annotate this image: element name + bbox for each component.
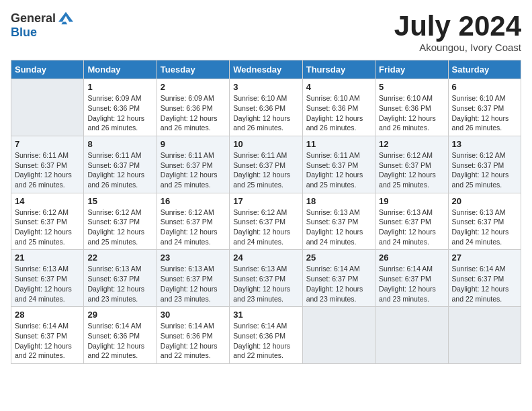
day-detail: Sunrise: 6:11 AMSunset: 6:37 PMDaylight:… [87,150,152,190]
day-number: 22 [87,253,152,263]
calendar-cell: 20Sunrise: 6:13 AMSunset: 6:37 PMDayligh… [448,193,521,250]
calendar-cell: 27Sunrise: 6:14 AMSunset: 6:37 PMDayligh… [448,250,521,307]
day-number: 29 [87,310,152,320]
day-number: 12 [379,139,444,149]
day-detail: Sunrise: 6:14 AMSunset: 6:36 PMDaylight:… [161,321,226,361]
day-detail: Sunrise: 6:12 AMSunset: 6:37 PMDaylight:… [87,208,152,247]
day-number: 30 [161,310,226,320]
svg-marker-0 [58,12,73,22]
day-number: 11 [306,139,371,149]
day-number: 19 [379,196,444,206]
calendar-cell: 23Sunrise: 6:13 AMSunset: 6:37 PMDayligh… [157,250,229,307]
calendar-cell: 5Sunrise: 6:10 AMSunset: 6:36 PMDaylight… [375,79,448,136]
day-number: 26 [379,253,444,263]
calendar-cell: 14Sunrise: 6:12 AMSunset: 6:37 PMDayligh… [11,193,84,250]
day-number: 20 [452,196,517,206]
calendar-cell: 13Sunrise: 6:12 AMSunset: 6:37 PMDayligh… [448,136,521,193]
calendar-cell: 15Sunrise: 6:12 AMSunset: 6:37 PMDayligh… [84,193,157,250]
calendar-cell: 28Sunrise: 6:14 AMSunset: 6:37 PMDayligh… [11,307,84,364]
calendar-cell: 9Sunrise: 6:11 AMSunset: 6:37 PMDaylight… [157,136,229,193]
day-detail: Sunrise: 6:12 AMSunset: 6:37 PMDaylight:… [161,208,226,247]
day-number: 2 [161,82,226,92]
day-number: 8 [87,139,152,149]
day-detail: Sunrise: 6:14 AMSunset: 6:37 PMDaylight:… [452,264,517,304]
week-row-5: 28Sunrise: 6:14 AMSunset: 6:37 PMDayligh… [11,307,521,364]
day-detail: Sunrise: 6:11 AMSunset: 6:37 PMDaylight:… [306,150,371,190]
location-text: Akoungou, Ivory Coast [394,42,521,53]
calendar-cell: 16Sunrise: 6:12 AMSunset: 6:37 PMDayligh… [157,193,229,250]
day-number: 4 [306,82,371,92]
calendar-cell: 10Sunrise: 6:11 AMSunset: 6:37 PMDayligh… [230,136,302,193]
calendar-cell: 31Sunrise: 6:14 AMSunset: 6:36 PMDayligh… [230,307,302,364]
calendar-cell: 30Sunrise: 6:14 AMSunset: 6:36 PMDayligh… [157,307,229,364]
day-number: 24 [233,253,298,263]
day-number: 13 [452,139,517,149]
day-detail: Sunrise: 6:14 AMSunset: 6:36 PMDaylight:… [87,321,152,361]
day-detail: Sunrise: 6:13 AMSunset: 6:37 PMDaylight:… [233,264,298,304]
title-area: July 2024 Akoungou, Ivory Coast [394,11,521,53]
calendar-table: SundayMondayTuesdayWednesdayThursdayFrid… [11,60,521,364]
calendar-cell: 7Sunrise: 6:11 AMSunset: 6:37 PMDaylight… [11,136,84,193]
calendar-cell: 1Sunrise: 6:09 AMSunset: 6:36 PMDaylight… [84,79,157,136]
calendar-cell: 4Sunrise: 6:10 AMSunset: 6:36 PMDaylight… [302,79,375,136]
day-detail: Sunrise: 6:12 AMSunset: 6:37 PMDaylight:… [15,208,80,247]
day-detail: Sunrise: 6:13 AMSunset: 6:37 PMDaylight:… [379,208,444,247]
calendar-cell [302,307,375,364]
day-number: 5 [379,82,444,92]
calendar-cell: 11Sunrise: 6:11 AMSunset: 6:37 PMDayligh… [302,136,375,193]
calendar-cell: 24Sunrise: 6:13 AMSunset: 6:37 PMDayligh… [230,250,302,307]
calendar-cell: 22Sunrise: 6:13 AMSunset: 6:37 PMDayligh… [84,250,157,307]
calendar-cell: 25Sunrise: 6:14 AMSunset: 6:37 PMDayligh… [302,250,375,307]
calendar-cell [448,307,521,364]
calendar-cell: 26Sunrise: 6:14 AMSunset: 6:37 PMDayligh… [375,250,448,307]
day-detail: Sunrise: 6:14 AMSunset: 6:36 PMDaylight:… [233,321,298,361]
day-detail: Sunrise: 6:10 AMSunset: 6:37 PMDaylight:… [452,93,517,133]
day-number: 21 [15,253,80,263]
day-number: 3 [233,82,298,92]
weekday-header-saturday: Saturday [448,60,521,79]
day-detail: Sunrise: 6:13 AMSunset: 6:37 PMDaylight:… [306,208,371,247]
calendar-cell: 8Sunrise: 6:11 AMSunset: 6:37 PMDaylight… [84,136,157,193]
day-number: 15 [87,196,152,206]
day-number: 6 [452,82,517,92]
day-detail: Sunrise: 6:11 AMSunset: 6:37 PMDaylight:… [161,150,226,190]
calendar-cell: 17Sunrise: 6:12 AMSunset: 6:37 PMDayligh… [230,193,302,250]
day-number: 18 [306,196,371,206]
calendar-cell: 6Sunrise: 6:10 AMSunset: 6:37 PMDaylight… [448,79,521,136]
calendar-cell: 21Sunrise: 6:13 AMSunset: 6:37 PMDayligh… [11,250,84,307]
calendar-cell: 3Sunrise: 6:10 AMSunset: 6:36 PMDaylight… [230,79,302,136]
day-number: 28 [15,310,80,320]
day-detail: Sunrise: 6:13 AMSunset: 6:37 PMDaylight:… [87,264,152,304]
day-detail: Sunrise: 6:14 AMSunset: 6:37 PMDaylight:… [15,321,80,361]
logo-general-text: General [11,11,56,26]
weekday-header-friday: Friday [375,60,448,79]
day-number: 16 [161,196,226,206]
day-number: 9 [161,139,226,149]
day-detail: Sunrise: 6:11 AMSunset: 6:37 PMDaylight:… [233,150,298,190]
weekday-header-row: SundayMondayTuesdayWednesdayThursdayFrid… [11,60,521,79]
logo: General Blue [11,11,73,40]
calendar-cell: 12Sunrise: 6:12 AMSunset: 6:37 PMDayligh… [375,136,448,193]
day-number: 31 [233,310,298,320]
day-number: 27 [452,253,517,263]
month-title: July 2024 [394,11,521,42]
day-detail: Sunrise: 6:14 AMSunset: 6:37 PMDaylight:… [306,264,371,304]
week-row-3: 14Sunrise: 6:12 AMSunset: 6:37 PMDayligh… [11,193,521,250]
day-detail: Sunrise: 6:13 AMSunset: 6:37 PMDaylight:… [452,208,517,247]
day-number: 10 [233,139,298,149]
logo-blue-text: Blue [11,26,37,40]
day-number: 14 [15,196,80,206]
day-number: 23 [161,253,226,263]
day-number: 17 [233,196,298,206]
week-row-2: 7Sunrise: 6:11 AMSunset: 6:37 PMDaylight… [11,136,521,193]
day-number: 7 [15,139,80,149]
weekday-header-monday: Monday [84,60,157,79]
day-detail: Sunrise: 6:13 AMSunset: 6:37 PMDaylight:… [15,264,80,304]
calendar-cell: 29Sunrise: 6:14 AMSunset: 6:36 PMDayligh… [84,307,157,364]
day-detail: Sunrise: 6:12 AMSunset: 6:37 PMDaylight:… [233,208,298,247]
calendar-cell: 19Sunrise: 6:13 AMSunset: 6:37 PMDayligh… [375,193,448,250]
day-detail: Sunrise: 6:09 AMSunset: 6:36 PMDaylight:… [87,93,152,133]
day-detail: Sunrise: 6:13 AMSunset: 6:37 PMDaylight:… [161,264,226,304]
calendar-cell: 2Sunrise: 6:09 AMSunset: 6:36 PMDaylight… [157,79,229,136]
weekday-header-thursday: Thursday [302,60,375,79]
